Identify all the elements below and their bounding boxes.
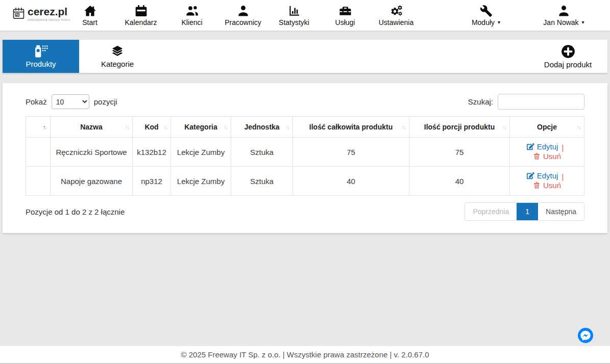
cell-opcje: Edytuj | Usuń [510, 138, 584, 167]
logo-name: cerez.pl [28, 5, 70, 18]
cell-ilosc-calkowita: 75 [293, 138, 409, 167]
nav-item-ustawienia[interactable]: Ustawienia [371, 0, 422, 31]
page-size-control: Pokaż 10 pozycji [26, 94, 117, 109]
table-row: Ręczniczki Sportowe k132b12 Lekcje Zumby… [26, 138, 584, 167]
edit-link[interactable]: Edytuj [527, 171, 558, 180]
add-product-label: Dodaj produkt [544, 60, 592, 69]
copyright-text: © 2025 Freeway IT Sp. z o.o. | Wszystkie… [181, 350, 429, 359]
row-index-cell [26, 167, 51, 196]
nav-item-label: Kalendarz [125, 18, 157, 27]
statistics-icon [288, 5, 301, 17]
cell-jednostka: Sztuka [231, 138, 293, 167]
trash-icon [533, 152, 541, 160]
wrench-icon [480, 5, 493, 17]
cell-opcje: Edytuj | Usuń [510, 167, 584, 196]
user-icon [557, 5, 570, 17]
column-header-opcje[interactable]: Opcje ↑↓ [510, 117, 584, 138]
pagination-page-1[interactable]: 1 [517, 203, 538, 220]
page-footer: © 2025 Freeway IT Sp. z o.o. | Wszystkie… [0, 346, 610, 364]
add-product-button[interactable]: Dodaj produkt [528, 40, 607, 73]
calendar-icon [135, 5, 148, 17]
column-header-ilosc-calkowita[interactable]: Ilość całkowita produktu ↑↓ [293, 117, 409, 138]
delete-link[interactable]: Usuń [533, 181, 561, 190]
nav-item-start[interactable]: Start [64, 0, 115, 31]
messenger-chat-button[interactable] [578, 328, 593, 343]
sort-icon: ↑↓ [502, 124, 506, 130]
column-header-kod[interactable]: Kod ↑↓ [133, 117, 171, 138]
nav-item-label: Klienci [181, 18, 202, 27]
gears-icon [390, 5, 403, 17]
nav-item-label: Start [82, 18, 97, 27]
sort-icon: ↑↓ [125, 124, 129, 130]
app-window: cerez.pl ZARZĄDZANIE SZKOŁĄ TAŃCA Start … [0, 0, 610, 364]
edit-link[interactable]: Edytuj [527, 142, 558, 151]
sort-icon: ↑↓ [577, 124, 580, 130]
cell-jednostka: Sztuka [231, 167, 293, 196]
user-name-label: Jan Nowak [543, 18, 578, 27]
nav-item-uslugi[interactable]: Usługi [320, 0, 371, 31]
nav-item-statystyki[interactable]: Statystyki [269, 0, 320, 31]
logo-texts: cerez.pl ZARZĄDZANIE SZKOŁĄ TAŃCA [28, 5, 70, 21]
nav-dropdown-user[interactable]: Jan Nowak ▾ [527, 0, 601, 31]
action-separator: | [562, 172, 564, 181]
nav-item-label: Statystyki [279, 18, 309, 27]
tab-kategorie[interactable]: Kategorie [79, 40, 156, 73]
nav-item-pracownicy[interactable]: Pracownicy [217, 0, 269, 31]
plus-circle-icon [561, 44, 575, 59]
layers-icon [109, 45, 126, 58]
column-header-ilosc-porcji[interactable]: Ilość porcji produktu ↑↓ [409, 117, 510, 138]
cell-kategoria: Lekcje Zumby [171, 138, 231, 167]
cell-nazwa: Napoje gazowane [51, 167, 133, 196]
tab-label: Kategorie [101, 60, 134, 68]
tab-produkty[interactable]: Produkty [3, 40, 79, 73]
chevron-down-icon: ▾ [582, 20, 584, 25]
main-menu: Start Kalendarz Klienci Pracownicy Staty… [64, 0, 422, 31]
page-size-label: Pokaż [26, 97, 47, 106]
products-table: ↑↓ Nazwa ↑↓ Kod ↑↓ Kategoria ↑↓ [26, 116, 584, 196]
search-label: Szukaj: [468, 97, 493, 106]
nav-item-kalendarz[interactable]: Kalendarz [115, 0, 166, 31]
nav-item-label: Usługi [335, 18, 355, 27]
column-header-kategoria[interactable]: Kategoria ↑↓ [171, 117, 231, 138]
action-separator: | [562, 143, 564, 152]
products-icon [33, 45, 49, 58]
pagination-info: Pozycje od 1 do 2 z 2 łącznie [26, 207, 125, 216]
sort-icon: ↑↓ [43, 124, 46, 130]
clients-icon [186, 5, 199, 17]
table-row: Napoje gazowane np312 Lekcje Zumby Sztuk… [26, 167, 584, 196]
products-panel: Pokaż 10 pozycji Szukaj: ↑↓ [3, 83, 607, 233]
table-controls: Pokaż 10 pozycji Szukaj: [26, 94, 584, 110]
employee-icon [237, 5, 250, 17]
nav-dropdown-moduly[interactable]: Moduły ▾ [455, 0, 517, 31]
cell-kategoria: Lekcje Zumby [171, 167, 231, 196]
sort-icon: ↑↓ [224, 124, 227, 130]
pagination-next-button[interactable]: Następna [538, 203, 584, 220]
trash-icon [533, 181, 541, 189]
edit-icon [527, 172, 534, 179]
logo-tagline: ZARZĄDZANIE SZKOŁĄ TAŃCA [28, 18, 70, 21]
pagination-prev-button[interactable]: Poprzednia [465, 203, 517, 220]
search-input[interactable] [498, 94, 584, 110]
pagination: Poprzednia 1 Następna [465, 202, 584, 221]
column-header-sort[interactable]: ↑↓ [26, 117, 51, 138]
column-header-nazwa[interactable]: Nazwa ↑↓ [51, 117, 133, 138]
toolbox-icon [339, 5, 352, 17]
search-control: Szukaj: [468, 94, 584, 110]
cell-nazwa: Ręczniczki Sportowe [51, 138, 133, 167]
nav-item-label: Pracownicy [225, 18, 261, 27]
nav-item-klienci[interactable]: Klienci [166, 0, 217, 31]
logo[interactable]: cerez.pl ZARZĄDZANIE SZKOŁĄ TAŃCA [12, 5, 70, 21]
nav-item-label: Ustawienia [379, 18, 413, 27]
sort-icon: ↑↓ [285, 124, 289, 130]
page-size-select[interactable]: 10 [52, 94, 89, 109]
cell-ilosc-porcji: 40 [409, 167, 510, 196]
sub-navbar: Produkty Kategorie Dodaj produkt [3, 40, 607, 73]
sort-icon: ↑↓ [163, 124, 167, 130]
home-icon [84, 5, 96, 17]
sort-icon: ↑↓ [402, 124, 405, 130]
column-header-jednostka[interactable]: Jednostka ↑↓ [231, 117, 293, 138]
edit-icon [527, 143, 534, 150]
table-footer: Pozycje od 1 do 2 z 2 łącznie Poprzednia… [26, 202, 584, 221]
logo-calendar-icon [12, 7, 25, 20]
delete-link[interactable]: Usuń [533, 152, 561, 161]
